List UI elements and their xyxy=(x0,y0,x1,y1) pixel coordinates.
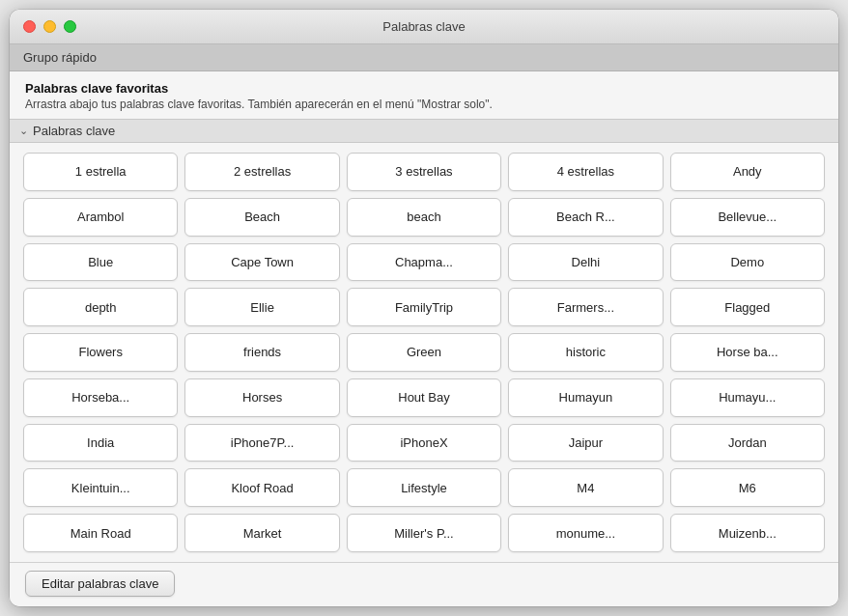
favorites-section: Palabras clave favoritas Arrastra abajo … xyxy=(10,71,838,119)
keyword-button[interactable]: friends xyxy=(184,333,339,372)
keyword-button[interactable]: Miller's P... xyxy=(347,514,501,552)
grupo-rapido-label: Grupo rápido xyxy=(10,44,838,71)
keyword-button[interactable]: Demo xyxy=(670,243,825,282)
keyword-button[interactable]: 4 estrellas xyxy=(508,153,663,191)
keyword-button[interactable]: Beach R... xyxy=(508,198,663,237)
close-button[interactable] xyxy=(23,20,36,33)
keyword-button[interactable]: Flagged xyxy=(670,288,825,326)
window-title: Palabras clave xyxy=(382,19,465,34)
keyword-button[interactable]: India xyxy=(23,424,178,462)
keyword-button[interactable]: Delhi xyxy=(508,243,663,282)
keyword-button[interactable]: iPhone7P... xyxy=(184,424,339,462)
keywords-section-header[interactable]: ⌄ Palabras clave xyxy=(10,119,838,143)
keyword-button[interactable]: M6 xyxy=(670,468,825,507)
keyword-button[interactable]: Jaipur xyxy=(508,424,663,462)
keyword-button[interactable]: Bellevue... xyxy=(670,198,825,237)
keyword-button[interactable]: Humayun xyxy=(508,378,663,417)
titlebar: Palabras clave xyxy=(10,10,838,44)
keyword-button[interactable]: Ellie xyxy=(184,288,339,326)
keyword-button[interactable]: Kloof Road xyxy=(184,468,339,507)
favorites-description: Arrastra abajo tus palabras clave favori… xyxy=(25,98,823,111)
keyword-button[interactable]: Farmers... xyxy=(508,288,663,326)
keyword-button[interactable]: 2 estrellas xyxy=(184,153,339,191)
keyword-button[interactable]: Horses xyxy=(184,378,339,417)
keyword-button[interactable]: depth xyxy=(23,288,178,326)
main-window: Palabras clave Grupo rápido Palabras cla… xyxy=(10,10,838,606)
keyword-button[interactable]: Kleintuin... xyxy=(23,468,178,507)
keyword-button[interactable]: Horseba... xyxy=(23,378,178,417)
keyword-button[interactable]: Jordan xyxy=(670,424,825,462)
keyword-button[interactable]: Flowers xyxy=(23,333,178,372)
keyword-button[interactable]: 3 estrellas xyxy=(347,153,501,191)
keyword-button[interactable]: Green xyxy=(347,333,501,372)
keyword-button[interactable]: Horse ba... xyxy=(670,333,825,372)
keyword-button[interactable]: Hout Bay xyxy=(347,378,501,417)
keyword-button[interactable]: Andy xyxy=(670,153,825,191)
keyword-button[interactable]: Muizenb... xyxy=(670,514,825,552)
keyword-button[interactable]: Chapma... xyxy=(347,243,501,282)
keyword-button[interactable]: Market xyxy=(184,514,339,552)
keyword-button[interactable]: Main Road xyxy=(23,514,178,552)
edit-keywords-button[interactable]: Editar palabras clave xyxy=(25,571,175,597)
keyword-button[interactable]: Blue xyxy=(23,243,178,282)
keywords-section-label: Palabras clave xyxy=(33,124,115,138)
keyword-button[interactable]: Arambol xyxy=(23,198,178,237)
keyword-button[interactable]: Lifestyle xyxy=(347,468,501,507)
keyword-button[interactable]: Humayu... xyxy=(670,378,825,417)
keyword-button[interactable]: Cape Town xyxy=(184,243,339,282)
keyword-button[interactable]: iPhoneX xyxy=(347,424,501,462)
minimize-button[interactable] xyxy=(43,20,56,33)
traffic-lights xyxy=(23,20,76,33)
keyword-button[interactable]: FamilyTrip xyxy=(347,288,501,326)
chevron-icon: ⌄ xyxy=(19,125,28,137)
keyword-button[interactable]: M4 xyxy=(508,468,663,507)
keyword-button[interactable]: beach xyxy=(347,198,501,237)
keyword-button[interactable]: 1 estrella xyxy=(23,153,178,191)
maximize-button[interactable] xyxy=(64,20,76,33)
favorites-title: Palabras clave favoritas xyxy=(25,81,823,96)
content-area: Grupo rápido Palabras clave favoritas Ar… xyxy=(10,44,838,606)
keyword-button[interactable]: Beach xyxy=(184,198,339,237)
keywords-grid: 1 estrella2 estrellas3 estrellas4 estrel… xyxy=(10,143,838,562)
footer: Editar palabras clave xyxy=(10,562,838,606)
keyword-button[interactable]: monume... xyxy=(508,514,663,552)
keyword-button[interactable]: historic xyxy=(508,333,663,372)
